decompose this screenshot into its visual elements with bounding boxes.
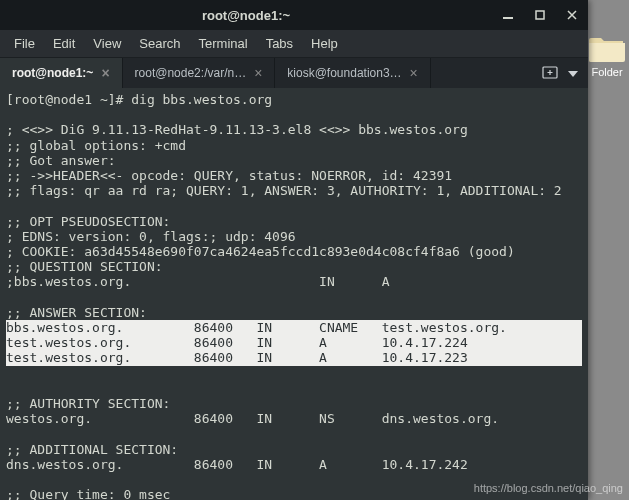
- new-tab-icon[interactable]: [542, 65, 558, 82]
- menu-tabs[interactable]: Tabs: [258, 33, 301, 54]
- watermark: https://blog.csdn.net/qiao_qing: [474, 482, 623, 494]
- answer-row: bbs.westos.org. 86400 IN CNAME test.west…: [6, 320, 582, 335]
- tab-label: root@node1:~: [12, 66, 93, 80]
- tab-node2[interactable]: root@node2:/var/n… ×: [123, 58, 276, 88]
- tab-close-icon[interactable]: ×: [101, 65, 109, 81]
- titlebar: root@node1:~: [0, 0, 588, 30]
- minimize-icon: [503, 10, 513, 20]
- maximize-icon: [535, 10, 545, 20]
- menu-view[interactable]: View: [85, 33, 129, 54]
- svg-rect-1: [536, 11, 544, 19]
- menu-edit[interactable]: Edit: [45, 33, 83, 54]
- folder-label: Folder: [591, 66, 622, 78]
- folder-icon: [589, 34, 625, 62]
- menu-help[interactable]: Help: [303, 33, 346, 54]
- maximize-button[interactable]: [524, 0, 556, 30]
- desktop-folder[interactable]: Folder: [587, 34, 627, 78]
- menu-terminal[interactable]: Terminal: [191, 33, 256, 54]
- menu-file[interactable]: File: [6, 33, 43, 54]
- menubar: File Edit View Search Terminal Tabs Help: [0, 30, 588, 58]
- tabs-dropdown-icon[interactable]: [568, 66, 578, 80]
- close-icon: [567, 10, 577, 20]
- tab-label: kiosk@foundation3…: [287, 66, 401, 80]
- answer-row: test.westos.org. 86400 IN A 10.4.17.223: [6, 350, 582, 365]
- tab-close-icon[interactable]: ×: [410, 65, 418, 81]
- terminal-window: root@node1:~ File Edit View Search Termi…: [0, 0, 588, 500]
- minimize-button[interactable]: [492, 0, 524, 30]
- tabbar-right: [532, 58, 588, 88]
- tab-label: root@node2:/var/n…: [135, 66, 247, 80]
- menu-search[interactable]: Search: [131, 33, 188, 54]
- window-title: root@node1:~: [0, 8, 492, 23]
- close-button[interactable]: [556, 0, 588, 30]
- tab-close-icon[interactable]: ×: [254, 65, 262, 81]
- tabbar: root@node1:~ × root@node2:/var/n… × kios…: [0, 58, 588, 88]
- shell-prompt: [root@node1 ~]#: [6, 92, 131, 107]
- svg-rect-0: [503, 17, 513, 19]
- command: dig bbs.westos.org: [131, 92, 272, 107]
- answer-row: test.westos.org. 86400 IN A 10.4.17.224: [6, 335, 582, 350]
- terminal-output[interactable]: [root@node1 ~]# dig bbs.westos.org ; <<>…: [0, 88, 588, 500]
- tab-foundation3[interactable]: kiosk@foundation3… ×: [275, 58, 430, 88]
- tab-node1[interactable]: root@node1:~ ×: [0, 58, 123, 88]
